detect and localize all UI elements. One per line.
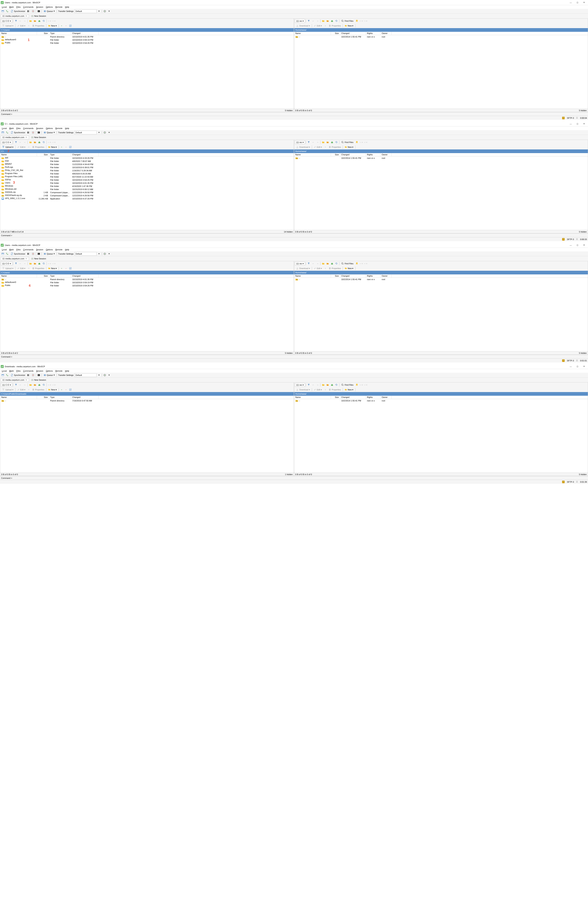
file-row[interactable]: ..Parent directory10/10/2019 4:01:35 PM [0,35,294,38]
download-button[interactable]: Download ▾ [295,388,311,391]
file-row[interactable]: ..10/2/2014 1:55:41 PMrwxr-xr-xroot [294,35,588,38]
menu-mark[interactable]: Mark [8,127,15,130]
file-row[interactable]: PublicFile folder10/10/2019 3:54:26 PM [0,41,294,44]
refresh-button[interactable] [334,383,338,387]
nav-back-small[interactable]: ⇦ ▾ [47,19,52,23]
upload-button[interactable]: Upload ▾ [1,145,15,149]
new-button[interactable]: New ▾ [47,267,58,270]
nav-fwd-small[interactable]: ⇨ ▾ [52,383,56,387]
plus-button[interactable]: + [60,388,64,392]
edit-button[interactable]: Edit ▾ [313,24,323,27]
file-list[interactable]: 1..Parent directory10/10/2019 4:01:35 PM… [0,35,294,109]
maximize-button[interactable]: ◻ [575,1,579,5]
root-button[interactable] [33,19,37,23]
header-size[interactable]: Size [37,32,49,35]
compare-icon[interactable] [27,131,31,134]
menu-local[interactable]: Local [1,127,8,130]
file-row[interactable]: Program FilesFile folder4/8/2020 8:20:20… [0,172,294,175]
menu-options[interactable]: Options [45,370,54,372]
filter-icon[interactable] [307,262,311,266]
nav-fwd-small[interactable]: ⇨ ▾ [363,383,368,387]
menu-commands[interactable]: Commands [22,370,34,372]
properties-button[interactable]: Properties [31,267,45,270]
parent-dir-button[interactable] [29,19,32,23]
queue-button[interactable]: Queue ▾ [42,373,56,377]
header-type[interactable]: Type [49,396,71,399]
terminal-icon[interactable] [37,9,41,13]
forward-button[interactable]: → [315,262,320,266]
header-rights[interactable]: Rights [366,153,381,156]
minimize-button[interactable]: — [569,365,573,368]
parent-dir-button[interactable] [29,383,32,387]
edit-button[interactable]: Edit ▾ [16,267,26,270]
terminal-icon[interactable] [37,252,41,256]
new-button[interactable]: New ▾ [47,145,58,149]
back-button[interactable]: ← [311,19,315,23]
root-button[interactable] [326,262,330,266]
command-line[interactable]: Command > [0,233,588,237]
header-owner[interactable]: Owner [381,396,392,399]
minimize-button[interactable]: — [569,243,573,247]
back-button[interactable]: ← [311,140,315,144]
upload-button[interactable]: Upload ▾ [1,24,15,27]
session-tab[interactable]: media.carpeturn.com✕ [1,136,29,139]
forward-button[interactable]: → [23,383,27,387]
menu-files[interactable]: Files [15,248,22,251]
header-size[interactable]: Size [331,153,340,156]
file-row[interactable]: Program Files (x86)File folder4/27/2020 … [0,175,294,178]
close-button[interactable]: ✕ [582,122,586,126]
file-row[interactable]: ..Parent directory7/16/2016 6:47:50 AM [0,399,294,402]
transfer-settings-combo[interactable] [74,10,97,13]
header-size[interactable]: Size [37,275,49,278]
sync-browse-icon[interactable] [31,9,35,13]
minus-button[interactable]: − [64,145,68,149]
header-changed[interactable]: Changed [340,153,366,156]
file-row[interactable]: ..10/2/2014 1:55:41 PMrwxr-xr-xroot [294,157,588,160]
parent-dir-button[interactable] [29,262,32,266]
properties-button[interactable]: Properties [328,388,342,391]
back-button[interactable]: ← [18,262,23,266]
back-button[interactable]: ← [18,19,23,23]
menu-options[interactable]: Options [45,248,54,251]
header-rights[interactable]: Rights [366,32,381,35]
header-changed[interactable]: Changed [340,32,366,35]
edit-button[interactable]: Edit ▾ [16,388,26,391]
nav-fwd-small[interactable]: ⇨ ▾ [363,140,368,144]
drive-selector[interactable]: C:O ▾ [1,19,12,23]
parent-dir-button[interactable] [321,140,325,144]
file-row[interactable]: defaultuser0File folder10/10/2019 3:59:1… [0,281,294,284]
header-size[interactable]: Size [331,275,340,278]
edit-button[interactable]: Edit ▾ [313,267,323,270]
menu-help[interactable]: Help [64,127,70,130]
menu-session[interactable]: Session [35,127,44,130]
back-button[interactable]: ← [311,262,315,266]
file-row[interactable]: SSFacFile folder10/10/2019 3:54:25 PM [0,178,294,181]
parent-dir-button[interactable] [321,383,325,387]
new-button[interactable]: New ▾ [344,24,354,27]
nav-fwd-small[interactable]: ⇨ ▾ [52,262,56,266]
menu-remote[interactable]: Remote [54,248,64,251]
maximize-button[interactable]: ◻ [575,243,579,247]
synchronize-button[interactable]: Synchronize [10,131,26,134]
file-list[interactable]: ..10/2/2014 1:55:41 PMrwxr-xr-xroot [294,35,588,109]
menu-remote[interactable]: Remote [54,370,64,372]
header-changed[interactable]: Changed [340,396,366,399]
menu-remote[interactable]: Remote [54,127,64,130]
session-tab[interactable]: media.carpeturn.com✕ [1,257,29,260]
parent-dir-button[interactable] [29,140,32,144]
nav-back-small[interactable]: ⇦ ▾ [359,262,363,266]
drive-selector[interactable]: ws ▾ [295,19,305,23]
queue-icon[interactable]: ☰ [576,359,578,362]
file-row[interactable]: UsersFile folder10/10/2019 4:01:35 PM [0,181,294,184]
synchronize-button[interactable]: Synchronize [10,9,26,13]
delete-x-button[interactable]: ✕ [323,145,327,149]
edit-button[interactable]: Edit ▾ [16,145,26,149]
remote-path[interactable]: /home/www/ [294,28,588,32]
header-changed[interactable]: Changed [71,153,99,156]
address-icon[interactable] [1,252,5,256]
file-row[interactable]: ..10/2/2014 1:55:41 PMrwxr-xr-xroot [294,399,588,402]
menu-session[interactable]: Session [35,370,44,372]
queue-icon[interactable]: ☰ [576,117,578,119]
queue-button[interactable]: Queue ▾ [42,131,56,134]
file-list[interactable]: 4..Parent directory10/10/2019 4:01:35 PM… [0,278,294,351]
